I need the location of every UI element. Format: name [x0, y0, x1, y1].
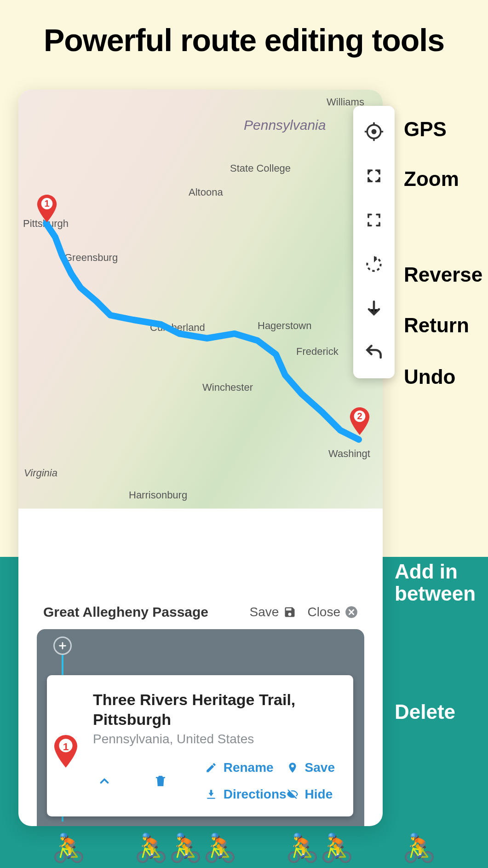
map-city: State College [230, 162, 291, 174]
frame-button[interactable] [358, 200, 390, 240]
page-headline: Powerful route editing tools [0, 22, 488, 58]
save-waypoint-button[interactable]: Save [287, 760, 335, 775]
pencil-icon [205, 762, 217, 774]
cyclist-icon: 🚴 [52, 832, 86, 864]
waypoint-pin: 1 [54, 735, 77, 770]
waypoints-panel: 1 Three Rivers Heritage Trail, Pittsburg… [37, 629, 364, 826]
save-icon [283, 606, 296, 619]
callout-delete: Delete [395, 700, 455, 723]
save-button[interactable]: Save [250, 605, 297, 619]
map-city: Altoona [189, 186, 223, 198]
callout-reverse: Reverse [404, 263, 482, 286]
route-polyline [18, 90, 383, 509]
end-pin[interactable]: 2 [350, 407, 370, 435]
svg-text:1: 1 [63, 741, 69, 752]
map-region-label: Pennsylvania [244, 117, 326, 133]
save-wp-label: Save [305, 760, 335, 775]
app-screenshot: Pennsylvania Williams State College Alto… [18, 90, 383, 826]
waypoint-title: Three Rivers Heritage Trail, Pittsburgh [93, 690, 335, 729]
delete-waypoint-button[interactable] [149, 770, 172, 793]
start-pin[interactable]: 1 [37, 195, 57, 222]
callout-gps: GPS [404, 118, 447, 141]
arrow-down-icon [364, 298, 384, 318]
add-waypoint-before-button[interactable] [53, 637, 72, 655]
cyclist-icon: 🚴🚴 [285, 832, 354, 864]
map-city: Virginia [24, 467, 57, 479]
map-city: Harrisonburg [129, 489, 187, 501]
eye-off-icon [287, 788, 299, 800]
callout-undo: Undo [404, 365, 455, 388]
svg-point-6 [372, 129, 377, 134]
waypoint-subtitle: Pennsylvania, United States [93, 732, 335, 746]
close-label: Close [307, 605, 340, 619]
map-city: Hagerstown [258, 320, 311, 332]
hide-button[interactable]: Hide [287, 787, 335, 802]
waypoint-card: 1 Three Rivers Heritage Trail, Pittsburg… [47, 675, 353, 816]
close-button[interactable]: Close [307, 605, 358, 619]
callout-add-between: Add in between [395, 561, 488, 605]
fullscreen-icon [366, 212, 382, 228]
callout-zoom: Zoom [404, 168, 459, 191]
bookmark-pin-icon [287, 762, 299, 774]
map-city: Greensburg [64, 252, 118, 264]
route-name: Great Allegheny Passage [43, 604, 239, 620]
trash-icon [154, 774, 167, 788]
map-toolbar [353, 106, 395, 378]
close-icon [345, 606, 358, 619]
directions-icon [205, 788, 217, 800]
reverse-icon [364, 254, 384, 274]
map-canvas[interactable]: Pennsylvania Williams State College Alto… [18, 90, 383, 509]
hide-label: Hide [305, 787, 333, 802]
pin-number: 2 [350, 411, 370, 422]
map-city: Cumberland [150, 322, 205, 334]
undo-icon [364, 342, 384, 363]
chevron-up-icon [98, 774, 111, 788]
save-label: Save [250, 605, 279, 619]
return-button[interactable] [358, 288, 390, 329]
map-city: Washingt [328, 448, 370, 460]
directions-label: Directions [224, 787, 287, 802]
pin-number: 1 [37, 198, 57, 209]
directions-button[interactable]: Directions [205, 787, 287, 802]
gps-icon [364, 122, 384, 142]
cyclists-decoration: 🚴 🚴🚴🚴 🚴🚴 🚴 [0, 832, 488, 864]
route-header: Great Allegheny Passage Save Close [43, 596, 358, 628]
cyclist-icon: 🚴 [402, 832, 436, 864]
rename-button[interactable]: Rename [205, 760, 287, 775]
gps-button[interactable] [358, 111, 390, 152]
map-city: Frederick [296, 346, 339, 358]
cyclist-icon: 🚴🚴🚴 [134, 832, 237, 864]
rename-label: Rename [224, 760, 274, 775]
map-city: Winchester [202, 382, 253, 393]
reverse-button[interactable] [358, 244, 390, 284]
collapse-button[interactable] [93, 770, 116, 793]
callout-return: Return [404, 314, 469, 337]
plus-icon [57, 641, 68, 651]
expand-icon [366, 168, 382, 184]
zoom-button[interactable] [358, 156, 390, 196]
undo-button[interactable] [358, 332, 390, 373]
